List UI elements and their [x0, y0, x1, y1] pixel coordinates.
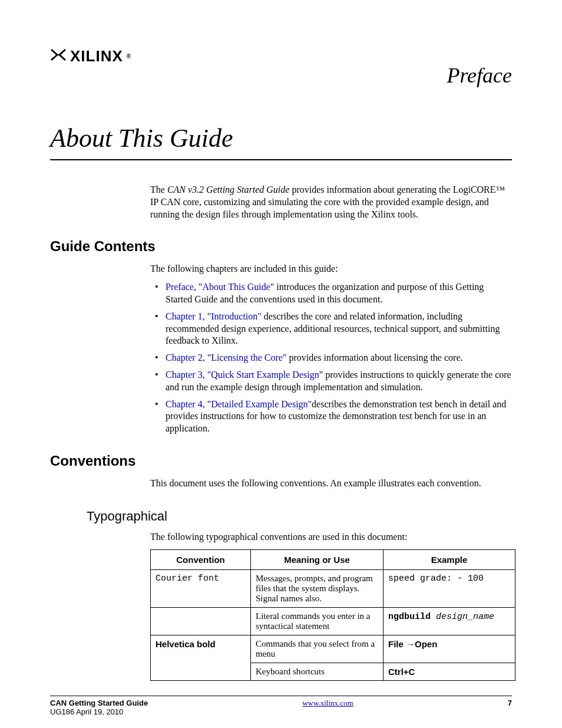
list-item: Chapter 2, "Licensing the Core" provides… [150, 352, 512, 364]
th-meaning: Meaning or Use [251, 549, 384, 569]
preface-label: Preface [50, 63, 512, 88]
th-convention: Convention [151, 549, 251, 569]
footer-page: 7 [508, 699, 512, 707]
intro-paragraph: The CAN v3.2 Getting Started Guide provi… [150, 184, 512, 220]
link-chapter4[interactable]: Chapter 4, "Detailed Example Design" [166, 399, 312, 409]
conventions-table: Convention Meaning or Use Example Courie… [150, 549, 515, 681]
list-item: Preface, "About This Guide" introduces t… [150, 281, 512, 306]
conventions-lead: This document uses the following convent… [150, 477, 512, 490]
list-item: Chapter 3, "Quick Start Example Design" … [150, 369, 512, 394]
list-item: Chapter 1, "Introduction" describes the … [150, 311, 512, 347]
conventions-heading: Conventions [50, 453, 512, 469]
table-row: Literal commands you enter in a syntacti… [151, 607, 515, 635]
table-row: Helvetica bold Commands that you select … [151, 635, 515, 663]
th-example: Example [384, 549, 515, 569]
guide-contents-heading: Guide Contents [50, 238, 512, 255]
logo-icon [50, 47, 67, 65]
list-item: Chapter 4, "Detailed Example Design"desc… [150, 398, 512, 435]
typographical-lead: The following typographical conventions … [150, 531, 512, 543]
footer-title: CAN Getting Started Guide [50, 699, 148, 707]
link-chapter2[interactable]: Chapter 2, "Licensing the Core" [166, 353, 286, 363]
logo-text: XILINX [70, 47, 123, 65]
typographical-heading: Typographical [87, 509, 512, 524]
page-title: About This Guide [50, 123, 512, 160]
guide-contents-list: Preface, "About This Guide" introduces t… [150, 281, 512, 435]
svg-point-0 [58, 54, 59, 55]
footer-url[interactable]: www.xilinx.com [302, 699, 353, 708]
link-chapter1[interactable]: Chapter 1, "Introduction" [166, 311, 262, 321]
link-preface[interactable]: Preface, "About This Guide" [166, 282, 274, 292]
footer-sub: UG186 April 19, 2010 [50, 707, 148, 716]
link-chapter3[interactable]: Chapter 3, "Quick Start Example Design" [166, 370, 323, 380]
guide-contents-lead: The following chapters are included in t… [150, 263, 512, 275]
table-row: Courier font Messages, prompts, and prog… [151, 569, 515, 607]
page-footer: CAN Getting Started Guide UG186 April 19… [50, 696, 512, 716]
